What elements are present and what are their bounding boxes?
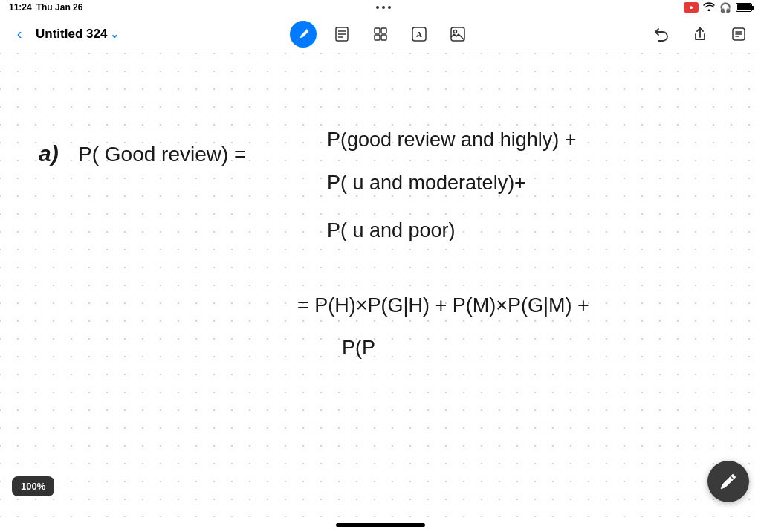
- svg-text:a): a): [39, 141, 59, 166]
- svg-text:P( Good review) =: P( Good review) =: [78, 143, 246, 166]
- toolbar-center: A: [290, 21, 471, 48]
- status-bar: 11:24 Thu Jan 26 ● 🎧: [0, 0, 761, 15]
- share-button[interactable]: [687, 21, 713, 48]
- battery-icon: [736, 3, 752, 12]
- dot1: [376, 6, 379, 9]
- canvas-area[interactable]: 100% a) P( Good review) = P(good review …: [0, 53, 761, 517]
- back-button[interactable]: ‹: [9, 24, 30, 45]
- pen-tool-button[interactable]: [707, 461, 749, 502]
- zoom-badge: 100%: [12, 476, 54, 496]
- svg-text:P(  u              and  poor): P( u and poor): [327, 219, 456, 241]
- svg-text:A: A: [416, 30, 422, 39]
- toolbar-right: [648, 21, 752, 48]
- svg-rect-7: [375, 35, 380, 40]
- headphone-icon: 🎧: [719, 2, 731, 13]
- image-tool-button[interactable]: [444, 21, 471, 48]
- draw-tool-button[interactable]: [290, 21, 317, 48]
- layers-tool-button[interactable]: [367, 21, 394, 48]
- bottom-bar: [0, 517, 761, 532]
- status-right: ● 🎧: [684, 2, 752, 13]
- undo-button[interactable]: [648, 21, 675, 48]
- svg-text:P(  u              and moderat: P( u and moderately)+: [327, 172, 526, 194]
- svg-text:P(good review and highly) +: P(good review and highly) +: [327, 129, 576, 151]
- home-indicator: [336, 523, 425, 527]
- wifi-icon: [703, 2, 715, 13]
- document-title: Untitled 324 ⌄: [36, 27, 119, 42]
- status-left: 11:24 Thu Jan 26: [9, 2, 82, 13]
- svg-text:P(P: P(P: [342, 337, 375, 359]
- svg-text:= P(H)×P(G|H) + P(M)×P(G|M) +: = P(H)×P(G|H) + P(M)×P(G|M) +: [297, 294, 589, 317]
- svg-point-12: [454, 30, 457, 33]
- document-tool-button[interactable]: [328, 21, 355, 48]
- date: Thu Jan 26: [36, 2, 83, 13]
- svg-rect-6: [381, 28, 386, 33]
- svg-rect-5: [375, 28, 380, 33]
- time: 11:24: [9, 2, 32, 13]
- more-button[interactable]: [725, 21, 752, 48]
- dot2: [382, 6, 385, 9]
- toolbar: ‹ Untitled 324 ⌄: [0, 15, 761, 53]
- dot3: [388, 6, 391, 9]
- title-chevron[interactable]: ⌄: [110, 28, 119, 40]
- text-tool-button[interactable]: A: [406, 21, 433, 48]
- record-button: ●: [684, 2, 699, 13]
- status-center: [376, 6, 391, 9]
- svg-rect-8: [381, 35, 386, 40]
